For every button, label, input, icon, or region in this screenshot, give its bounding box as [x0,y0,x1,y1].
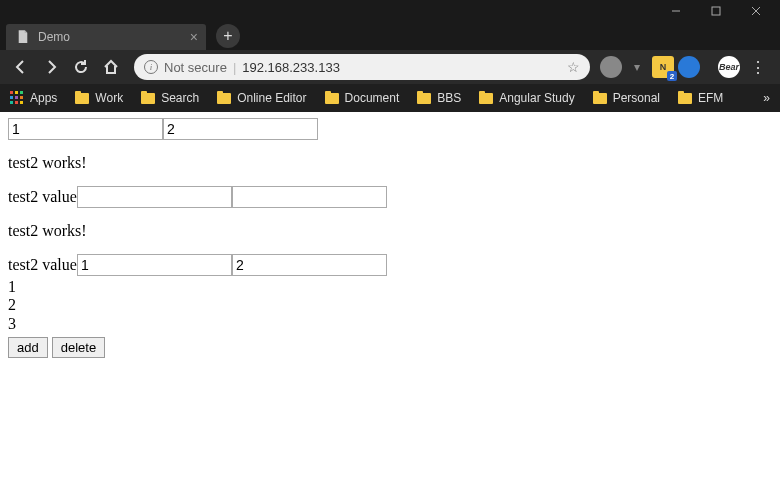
apps-shortcut[interactable]: Apps [10,91,57,105]
bookmark-star-icon[interactable]: ☆ [567,59,580,75]
folder-icon [75,93,89,104]
list-item: 3 [8,315,772,333]
bookmark-folder-online-editor[interactable]: Online Editor [217,91,306,105]
browser-tab[interactable]: Demo × [6,24,206,50]
bookmark-folder-angular-study[interactable]: Angular Study [479,91,574,105]
extension-icon-blue[interactable] [678,56,700,78]
value-input-1b[interactable] [232,186,387,208]
tab-title: Demo [38,30,70,44]
list-item: 1 [8,278,772,296]
bookmark-folder-search[interactable]: Search [141,91,199,105]
folder-icon [417,93,431,104]
address-bar[interactable]: i Not secure | 192.168.233.133 ☆ [134,54,590,80]
security-status: Not secure [164,60,227,75]
bookmark-folder-personal[interactable]: Personal [593,91,660,105]
bookmark-folder-document[interactable]: Document [325,91,400,105]
list-item: 2 [8,296,772,314]
bookmark-folder-work[interactable]: Work [75,91,123,105]
bookmarks-bar: Apps Work Search Online Editor Document … [0,84,780,112]
bookmarks-overflow-button[interactable]: » [763,91,770,105]
folder-icon [593,93,607,104]
works-text-2: test2 works! [8,222,772,240]
window-titlebar [0,0,780,22]
value-input-2b[interactable] [232,254,387,276]
address-separator: | [233,60,236,75]
minimize-button[interactable] [656,0,696,22]
add-button[interactable]: add [8,337,48,358]
browser-toolbar: i Not secure | 192.168.233.133 ☆ ▾ N2 Be… [0,50,780,84]
site-info-icon[interactable]: i [144,60,158,74]
folder-icon [217,93,231,104]
close-window-button[interactable] [736,0,776,22]
folder-icon [479,93,493,104]
apps-label: Apps [30,91,57,105]
forward-button[interactable] [38,54,64,80]
extension-badge: 2 [667,71,677,81]
value-input-1a[interactable] [77,186,232,208]
extension-icon-1[interactable] [600,56,622,78]
value-label-1: test2 value [8,188,77,206]
extension-icon-notes[interactable]: N2 [652,56,674,78]
page-content: test2 works! test2 value test2 works! te… [0,112,780,364]
page-icon [16,30,30,44]
value-label-2: test2 value [8,256,77,274]
works-text-1: test2 works! [8,154,772,172]
address-url: 192.168.233.133 [242,60,340,75]
apps-icon [10,91,24,105]
home-button[interactable] [98,54,124,80]
new-tab-button[interactable]: + [216,24,240,48]
delete-button[interactable]: delete [52,337,105,358]
profile-avatar[interactable]: Bear [718,56,740,78]
maximize-button[interactable] [696,0,736,22]
top-input-2[interactable] [163,118,318,140]
value-input-2a[interactable] [77,254,232,276]
folder-icon [678,93,692,104]
browser-tabstrip: Demo × + [0,22,780,50]
download-icon[interactable]: ▾ [626,56,648,78]
back-button[interactable] [8,54,34,80]
browser-menu-button[interactable]: ⋮ [744,58,772,77]
number-list: 1 2 3 [8,278,772,333]
reload-button[interactable] [68,54,94,80]
folder-icon [325,93,339,104]
svg-rect-1 [712,7,720,15]
close-tab-icon[interactable]: × [190,29,198,45]
bookmark-folder-bbs[interactable]: BBS [417,91,461,105]
bookmark-folder-efm[interactable]: EFM [678,91,723,105]
top-input-1[interactable] [8,118,163,140]
folder-icon [141,93,155,104]
